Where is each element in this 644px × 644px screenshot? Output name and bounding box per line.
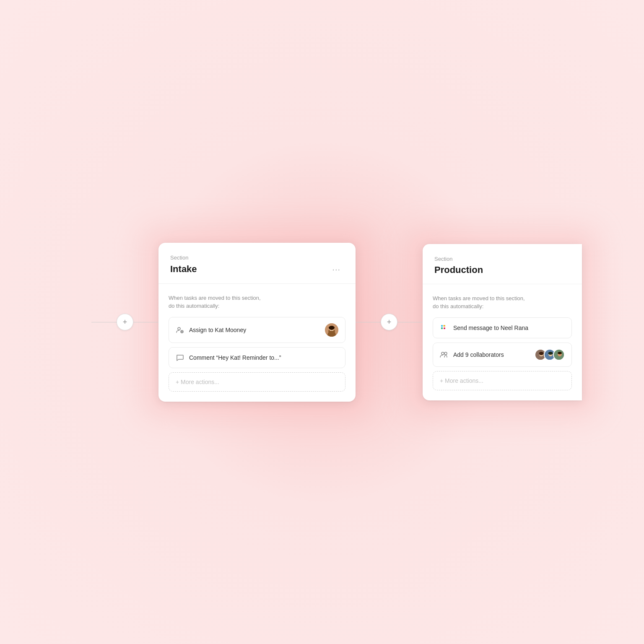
production-more-actions-text: + More actions... [440, 377, 483, 384]
intake-card-header: Section Intake ··· [158, 243, 356, 284]
slack-icon [440, 324, 448, 332]
svg-point-15 [444, 352, 447, 355]
svg-point-14 [441, 352, 444, 355]
connector-line-left2 [133, 322, 158, 322]
connector-line-left [91, 322, 117, 322]
production-more-actions[interactable]: + More actions... [433, 371, 572, 390]
intake-title-row: Intake ··· [170, 263, 344, 275]
svg-point-19 [539, 352, 544, 355]
production-card: Section Production When tasks are moved … [423, 244, 582, 400]
collaborator-avatars [535, 349, 565, 361]
comment-action[interactable]: Comment “Hey Kat! Reminder to...” [169, 347, 345, 368]
production-section-label: Section [434, 256, 570, 262]
production-title-row: Production [434, 265, 570, 275]
intake-more-actions-text: + More actions... [176, 379, 219, 385]
collab-avatar-3 [553, 349, 565, 361]
slack-action[interactable]: Send message to Neel Rana [433, 317, 572, 338]
intake-auto-label: When tasks are moved to this section, do… [169, 294, 345, 310]
svg-rect-12 [441, 327, 443, 327]
svg-point-23 [548, 352, 553, 355]
production-auto-label: When tasks are moved to this section, do… [433, 294, 572, 311]
intake-more-actions[interactable]: + More actions... [169, 372, 345, 392]
slack-action-text: Send message to Neel Rana [453, 325, 565, 331]
svg-rect-13 [443, 325, 444, 327]
comment-action-text: Comment “Hey Kat! Reminder to...” [189, 354, 338, 361]
assign-action-text: Assign to Kat Mooney [189, 327, 320, 333]
svg-rect-9 [441, 327, 443, 329]
intake-section-label: Section [170, 254, 344, 261]
comment-icon [176, 353, 184, 362]
svg-rect-8 [441, 325, 443, 327]
collaborators-action[interactable]: Add 9 collaborators [433, 343, 572, 367]
left-connector: + [91, 314, 158, 330]
assign-icon [176, 326, 184, 334]
svg-rect-11 [444, 327, 445, 329]
collaborators-icon [440, 351, 448, 359]
kat-avatar [325, 323, 338, 337]
production-card-wrapper: Section Production When tasks are moved … [423, 244, 582, 400]
svg-point-27 [558, 352, 562, 354]
svg-point-0 [178, 327, 180, 330]
middle-connector: + [356, 314, 423, 330]
connector-line-mid2 [397, 322, 423, 322]
production-section-title: Production [434, 265, 483, 275]
assign-action[interactable]: Assign to Kat Mooney [169, 317, 345, 343]
production-card-body: When tasks are moved to this section, do… [423, 284, 582, 400]
connector-line-mid1 [356, 322, 381, 322]
add-button-middle[interactable]: + [381, 314, 397, 330]
svg-rect-10 [444, 325, 445, 327]
svg-point-6 [329, 326, 335, 329]
collaborators-action-text: Add 9 collaborators [453, 351, 530, 358]
intake-card-body: When tasks are moved to this section, do… [158, 284, 356, 402]
intake-more-button[interactable]: ··· [329, 263, 344, 275]
add-button-left[interactable]: + [117, 314, 133, 330]
production-card-header: Section Production [423, 244, 582, 284]
intake-section-title: Intake [170, 264, 197, 275]
intake-card: Section Intake ··· When tasks are moved … [158, 243, 356, 402]
intake-card-wrapper: Section Intake ··· When tasks are moved … [158, 243, 356, 402]
